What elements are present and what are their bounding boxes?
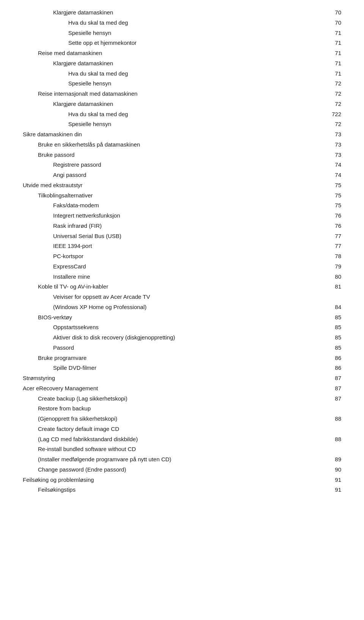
toc-entry-text: (Installer medfølgende programvare på ny…: [38, 455, 326, 464]
toc-entry: Hva du skal ta med deg70: [23, 18, 341, 28]
toc-entry-text: (Lag CD med fabrikkstandard diskbilde): [38, 435, 326, 444]
toc-entry: (Windows XP Home og Professional)84: [23, 302, 341, 312]
toc-entry-text: Bruke en sikkerhetslås på datamaskinen: [38, 140, 326, 150]
toc-entry-text: PC-kortspor: [53, 252, 326, 261]
toc-entry-page: 73: [326, 150, 341, 160]
toc-entry-page: 77: [326, 241, 341, 251]
toc-entry: Hva du skal ta med deg71: [23, 69, 341, 79]
toc-entry-page: 75: [326, 191, 341, 200]
toc-entry-page: 74: [326, 160, 341, 170]
toc-entry-text: Oppstartssekvens: [53, 323, 326, 332]
toc-entry-page: 71: [326, 59, 341, 68]
toc-entry-page: 73: [326, 140, 341, 150]
toc-entry-text: Bruke programvare: [38, 353, 326, 363]
toc-entry: Koble til TV- og AV-in-kabler81: [23, 282, 341, 292]
toc-entry-page: 72: [326, 120, 341, 129]
toc-entry: Passord85: [23, 343, 341, 353]
toc-entry-text: (Windows XP Home og Professional): [53, 303, 326, 312]
toc-entry-text: Strømstyring: [23, 374, 326, 383]
toc-entry-text: IEEE 1394-port: [53, 241, 326, 251]
toc-entry-text: Spille DVD-filmer: [53, 363, 326, 373]
toc-entry-page: 85: [326, 333, 341, 342]
toc-entry-text: Create backup (Lag sikkerhetskopi): [38, 394, 326, 404]
toc-entry-text: Hva du skal ta med deg: [68, 18, 326, 28]
toc-entry-page: 72: [326, 99, 341, 109]
toc-entry-text: Sikre datamaskinen din: [23, 130, 326, 139]
toc-entry-text: Tilkoblingsalternativer: [38, 191, 326, 200]
toc-entry-page: 74: [326, 170, 341, 180]
toc-entry-text: Klargjøre datamaskinen: [53, 59, 326, 68]
toc-entry-page: 87: [326, 384, 341, 393]
toc-entry: Create factory default image CD: [23, 424, 341, 434]
toc-entry-page: 71: [326, 69, 341, 79]
toc-entry-text: Re-install bundled software without CD: [38, 445, 326, 454]
toc-entry-page: 91: [326, 485, 341, 495]
toc-entry: Spesielle hensyn72: [23, 119, 341, 129]
toc-entry-text: Reise med datamaskinen: [38, 49, 326, 58]
toc-entry-text: BIOS-verktøy: [38, 313, 326, 322]
toc-entry-page: 87: [326, 374, 341, 383]
toc-entry-page: 90: [326, 465, 341, 475]
toc-entry-text: ExpressCard: [53, 262, 326, 271]
toc-entry: Re-install bundled software without CD: [23, 444, 341, 454]
toc-entry: Klargjøre datamaskinen71: [23, 58, 341, 69]
toc-entry: Reise internasjonalt med datamaskinen72: [23, 89, 341, 99]
toc-entry: Tilkoblingsalternativer75: [23, 191, 341, 201]
toc-entry: (Installer medfølgende programvare på ny…: [23, 454, 341, 465]
toc-entry-page: 76: [326, 221, 341, 231]
toc-entry-page: 76: [326, 211, 341, 221]
toc-entry-text: Feilsøkingstips: [38, 485, 326, 495]
toc-entry-text: Universal Serial Bus (USB): [53, 232, 326, 241]
toc-entry-page: 89: [326, 455, 341, 464]
toc-entry: Klargjøre datamaskinen70: [23, 8, 341, 18]
toc-entry-page: 84: [326, 303, 341, 312]
toc-entry-text: Installere mine: [53, 272, 326, 282]
toc-entry-text: Registrere passord: [53, 160, 326, 170]
toc-entry: Universal Serial Bus (USB)77: [23, 231, 341, 241]
toc-entry: Feilsøking og problemløsing91: [23, 475, 341, 485]
toc-entry: Sikre datamaskinen din73: [23, 129, 341, 140]
toc-entry: Registrere passord74: [23, 160, 341, 170]
toc-entry: Hva du skal ta med deg722: [23, 109, 341, 120]
toc-entry: Faks/data-modem75: [23, 200, 341, 211]
toc-entry-page: 72: [326, 89, 341, 99]
toc-entry-text: Passord: [53, 343, 326, 353]
toc-entry: Spesielle hensyn71: [23, 28, 341, 38]
toc-entry: Change password (Endre passord)90: [23, 465, 341, 475]
toc-entry: Spesielle hensyn72: [23, 79, 341, 89]
toc-entry: Rask infrarød (FIR)76: [23, 221, 341, 231]
toc-entry: Aktiver disk to disk recovery (diskgjeno…: [23, 333, 341, 343]
toc-entry-text: Reise internasjonalt med datamaskinen: [38, 89, 326, 99]
toc-entry: Spille DVD-filmer86: [23, 363, 341, 373]
toc-entry: Strømstyring87: [23, 373, 341, 383]
toc-entry-page: 86: [326, 353, 341, 363]
toc-entry-page: 71: [326, 49, 341, 58]
toc-entry-page: 86: [326, 363, 341, 373]
toc-entry-page: 71: [326, 38, 341, 48]
toc-entry: (Gjenopprett fra sikkerhetskopi)88: [23, 414, 341, 424]
toc-entry: PC-kortspor78: [23, 251, 341, 262]
toc-entry-text: Utvide med ekstrautstyr: [23, 181, 326, 190]
toc-entry-page: 70: [326, 8, 341, 17]
toc-entry-page: 71: [326, 28, 341, 38]
toc-entry-page: 78: [326, 252, 341, 261]
toc-entry-page: 75: [326, 181, 341, 190]
toc-entry: Feilsøkingstips91: [23, 485, 341, 495]
toc-entry: IEEE 1394-port77: [23, 241, 341, 251]
toc-entry-text: Faks/data-modem: [53, 201, 326, 210]
toc-entry-text: Spesielle hensyn: [68, 79, 326, 88]
toc-entry-text: Angi passord: [53, 170, 326, 180]
toc-entry-text: Hva du skal ta med deg: [68, 110, 326, 119]
toc-entry-page: 91: [326, 475, 341, 485]
toc-entry: BIOS-verktøy85: [23, 312, 341, 323]
toc-entry: (Lag CD med fabrikkstandard diskbilde)88: [23, 434, 341, 445]
toc-entry-page: 85: [326, 323, 341, 332]
table-of-contents: Klargjøre datamaskinen70Hva du skal ta m…: [23, 8, 341, 495]
toc-entry-page: 80: [326, 272, 341, 282]
toc-entry: Klargjøre datamaskinen72: [23, 99, 341, 109]
toc-entry-text: Aktiver disk to disk recovery (diskgjeno…: [53, 333, 326, 342]
toc-entry: Veiviser for oppsett av Acer Arcade TV: [23, 292, 341, 302]
toc-entry-page: 85: [326, 343, 341, 353]
toc-entry: Bruke programvare86: [23, 353, 341, 363]
toc-entry-text: Klargjøre datamaskinen: [53, 8, 326, 17]
